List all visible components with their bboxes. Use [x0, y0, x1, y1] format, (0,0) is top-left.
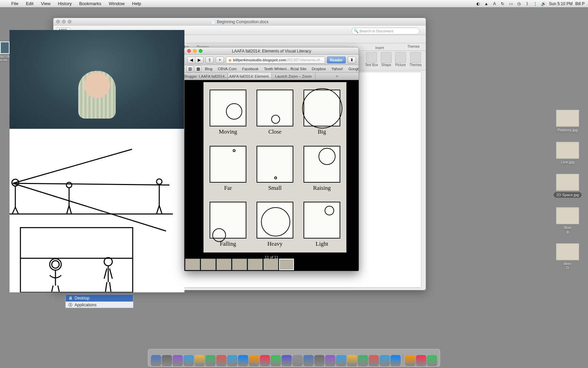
word-search-input[interactable]: Search in Document: [352, 28, 420, 34]
textbox-icon[interactable]: [366, 52, 377, 63]
dock-item[interactable]: [249, 355, 259, 365]
desktop-file-direc[interactable]: direc G: [547, 243, 588, 270]
dock-item[interactable]: [427, 355, 437, 365]
thumb[interactable]: [185, 259, 200, 270]
bluetooth-icon[interactable]: ᛒ: [524, 1, 530, 6]
reload-icon[interactable]: ↻: [324, 58, 325, 62]
dock-item[interactable]: [151, 355, 161, 365]
dock-item[interactable]: [271, 355, 281, 365]
safari-titlebar[interactable]: LAAFA fall2014: Elements of Visual Liter…: [184, 47, 359, 55]
desktop-file-line[interactable]: Line.jpg: [547, 142, 588, 164]
sidebar-item-desktop[interactable]: 🖥 Desktop: [66, 295, 133, 302]
desktop-thumb[interactable]: [0, 42, 10, 54]
menu-edit[interactable]: Edit: [22, 1, 37, 6]
dock-item[interactable]: [336, 355, 346, 365]
tab-zoom[interactable]: Launch Zoom – Zoom: [272, 73, 315, 80]
desktop-file-illusion[interactable]: Illusi g: [547, 207, 588, 234]
topsites-icon[interactable]: ▦: [195, 65, 201, 72]
zoom-icon[interactable]: [68, 20, 71, 24]
user-name[interactable]: Bill P: [575, 1, 585, 6]
desktop-file-patterns[interactable]: Patterns.jpg: [547, 110, 588, 132]
svg-line-0: [13, 149, 132, 183]
volume-icon[interactable]: 🔊: [541, 1, 546, 6]
thumb[interactable]: [232, 259, 247, 270]
bookmark-dropbox[interactable]: Dropbox: [310, 67, 328, 71]
sidebar-item-applications[interactable]: Ⓐ Applications: [66, 302, 133, 308]
dock-item[interactable]: [380, 355, 390, 365]
display-icon[interactable]: ▭: [508, 1, 513, 6]
ribbon-picture[interactable]: Picture: [395, 63, 406, 67]
thumb[interactable]: [201, 259, 216, 270]
shape-icon[interactable]: [381, 52, 392, 63]
dock-item[interactable]: [173, 355, 183, 365]
bookmark-yahoo[interactable]: Yahoo!: [329, 67, 345, 71]
dock-item[interactable]: [325, 355, 336, 365]
bookmark-google[interactable]: Google: [346, 67, 359, 71]
clock[interactable]: Sun 5:10 PM: [549, 1, 572, 6]
show-bookmarks-icon[interactable]: ▥: [186, 65, 193, 72]
sync-icon[interactable]: ↻: [500, 1, 505, 6]
dock-item[interactable]: [347, 355, 357, 365]
downloads-button[interactable]: ⬇: [348, 57, 356, 63]
picture-icon[interactable]: [395, 52, 406, 63]
dock-item[interactable]: [314, 355, 325, 365]
dock-item[interactable]: [227, 355, 238, 365]
dock-item[interactable]: [369, 355, 379, 365]
ribbon-shape[interactable]: Shape: [381, 63, 391, 67]
dock-item[interactable]: [304, 355, 314, 365]
wifi-icon[interactable]: ⋮: [533, 1, 538, 6]
bookmark-facebook[interactable]: Facebook: [240, 67, 260, 71]
add-button[interactable]: ＋: [216, 57, 224, 63]
timemachine-icon[interactable]: ◷: [516, 1, 522, 6]
menu-history[interactable]: History: [54, 1, 75, 6]
thumb[interactable]: [263, 259, 278, 270]
ribbon-textbox[interactable]: Text Box: [365, 63, 378, 67]
bookmark-blog[interactable]: Blog: [203, 67, 214, 71]
minimize-icon[interactable]: [62, 20, 66, 24]
dock-item[interactable]: [162, 355, 172, 365]
dock-item[interactable]: [293, 355, 303, 365]
adobe-icon[interactable]: A: [492, 1, 497, 6]
dock-item[interactable]: [238, 355, 248, 365]
back-button[interactable]: ◀: [187, 57, 195, 63]
menu-help[interactable]: Help: [128, 1, 145, 6]
image-lightbox[interactable]: Moving Close Big Far Small: [203, 82, 346, 252]
menu-window[interactable]: Window: [105, 1, 128, 6]
dock-item[interactable]: [282, 355, 292, 365]
dock-item[interactable]: [416, 355, 426, 365]
menu-view[interactable]: View: [37, 1, 54, 6]
tab-blogger[interactable]: Blogger: LAAFA fall2014…: [184, 73, 228, 80]
dock-item[interactable]: [184, 355, 194, 365]
dock-item[interactable]: [216, 355, 227, 365]
close-icon[interactable]: [56, 20, 60, 24]
minimize-icon[interactable]: [193, 49, 197, 53]
thumb[interactable]: [248, 259, 263, 270]
forward-button[interactable]: ▶: [195, 57, 203, 63]
thumb[interactable]: [216, 259, 231, 270]
menu-file[interactable]: File: [7, 1, 22, 6]
dock-item[interactable]: [358, 355, 368, 365]
dock-item[interactable]: [391, 355, 401, 365]
dock-item[interactable]: [206, 355, 216, 365]
bookmark-cbva[interactable]: CBVA.Com: [216, 67, 239, 71]
close-icon[interactable]: [187, 49, 191, 53]
tab-laafa[interactable]: LAAFA fall2014: Element…: [228, 73, 272, 80]
word-titlebar[interactable]: 📄 Beginning Composition.docx: [53, 18, 426, 26]
ribbon-themes[interactable]: Themes: [409, 63, 422, 67]
desktop-icon: 🖥: [68, 296, 72, 301]
status-icon[interactable]: ◐: [475, 1, 481, 6]
thumb-active[interactable]: [279, 259, 294, 270]
url-field[interactable]: ◉ billperkinsstudio.blogspot.com /2013/0…: [226, 57, 325, 63]
menu-bookmarks[interactable]: Bookmarks: [76, 1, 105, 6]
desktop-file-2dspace[interactable]: 2D Space.jpg: [547, 174, 588, 198]
new-tab-button[interactable]: ＋: [315, 73, 359, 80]
reader-button[interactable]: Reader: [327, 57, 346, 63]
dropbox-icon[interactable]: ▲: [484, 1, 489, 6]
themes-icon[interactable]: [410, 52, 421, 63]
share-button[interactable]: ⇪: [206, 57, 214, 63]
dock-item[interactable]: [195, 355, 205, 365]
zoom-icon[interactable]: [199, 49, 202, 53]
bookmark-teeth[interactable]: Teeth Whiteni…fficial Site: [262, 67, 309, 71]
dock-item[interactable]: [405, 355, 415, 365]
dock-item[interactable]: [260, 355, 270, 365]
